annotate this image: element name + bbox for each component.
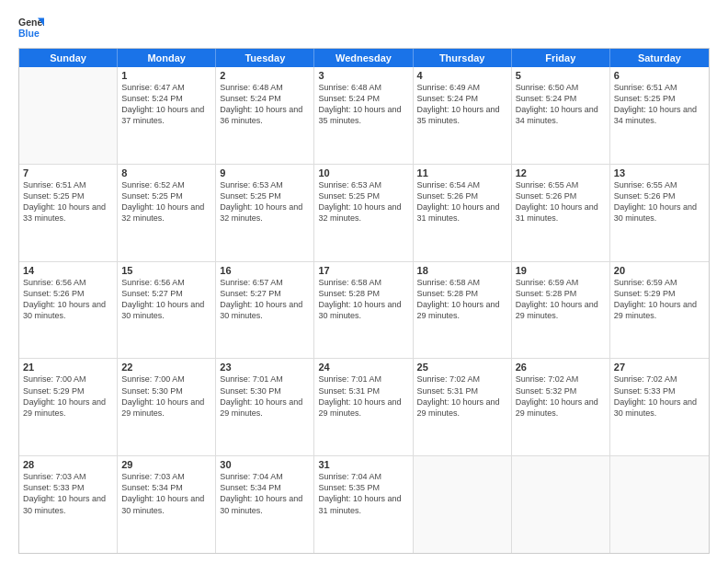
calendar-cell: 14Sunrise: 6:56 AM Sunset: 5:26 PM Dayli… [19, 262, 118, 359]
calendar-cell: 24Sunrise: 7:01 AM Sunset: 5:31 PM Dayli… [314, 359, 413, 455]
day-number: 24 [318, 362, 408, 373]
day-number: 31 [318, 459, 408, 470]
calendar-cell: 18Sunrise: 6:58 AM Sunset: 5:28 PM Dayli… [414, 262, 512, 359]
day-number: 18 [417, 265, 507, 276]
day-number: 19 [516, 265, 606, 276]
weekday-header: Friday [512, 49, 610, 67]
page: General Blue SundayMondayTuesdayWednesda… [0, 0, 728, 563]
day-detail: Sunrise: 6:58 AM Sunset: 5:28 PM Dayligh… [417, 277, 507, 322]
calendar-cell: 23Sunrise: 7:01 AM Sunset: 5:30 PM Dayli… [216, 359, 314, 455]
calendar-cell: 2Sunrise: 6:48 AM Sunset: 5:24 PM Daylig… [216, 67, 314, 164]
calendar-cell [512, 456, 610, 553]
day-number: 21 [23, 362, 113, 373]
calendar-cell: 21Sunrise: 7:00 AM Sunset: 5:29 PM Dayli… [19, 359, 118, 455]
day-detail: Sunrise: 7:02 AM Sunset: 5:31 PM Dayligh… [417, 373, 507, 419]
calendar-row: 21Sunrise: 7:00 AM Sunset: 5:29 PM Dayli… [19, 358, 709, 455]
day-number: 4 [417, 70, 507, 81]
calendar-cell: 12Sunrise: 6:55 AM Sunset: 5:26 PM Dayli… [512, 165, 610, 261]
day-detail: Sunrise: 6:56 AM Sunset: 5:26 PM Dayligh… [23, 277, 113, 322]
day-number: 2 [220, 70, 310, 81]
day-number: 13 [614, 167, 705, 178]
day-detail: Sunrise: 6:47 AM Sunset: 5:24 PM Dayligh… [121, 82, 211, 127]
calendar-cell: 10Sunrise: 6:53 AM Sunset: 5:25 PM Dayli… [314, 165, 413, 261]
calendar-cell: 25Sunrise: 7:02 AM Sunset: 5:31 PM Dayli… [414, 359, 512, 455]
day-number: 28 [23, 459, 113, 470]
day-detail: Sunrise: 7:01 AM Sunset: 5:30 PM Dayligh… [220, 373, 310, 419]
day-number: 14 [23, 265, 113, 276]
calendar-cell: 17Sunrise: 6:58 AM Sunset: 5:28 PM Dayli… [314, 262, 413, 359]
day-detail: Sunrise: 6:55 AM Sunset: 5:26 PM Dayligh… [516, 179, 606, 224]
day-detail: Sunrise: 6:52 AM Sunset: 5:25 PM Dayligh… [121, 179, 211, 224]
day-number: 22 [121, 362, 211, 373]
day-number: 27 [614, 362, 705, 373]
calendar-cell: 13Sunrise: 6:55 AM Sunset: 5:26 PM Dayli… [610, 165, 709, 261]
calendar-cell: 15Sunrise: 6:56 AM Sunset: 5:27 PM Dayli… [118, 262, 216, 359]
calendar-cell: 22Sunrise: 7:00 AM Sunset: 5:30 PM Dayli… [118, 359, 216, 455]
day-number: 10 [318, 167, 408, 178]
day-detail: Sunrise: 6:59 AM Sunset: 5:29 PM Dayligh… [614, 277, 705, 322]
calendar-cell: 26Sunrise: 7:02 AM Sunset: 5:32 PM Dayli… [512, 359, 610, 455]
day-detail: Sunrise: 6:48 AM Sunset: 5:24 PM Dayligh… [220, 82, 310, 127]
calendar-row: 1Sunrise: 6:47 AM Sunset: 5:24 PM Daylig… [19, 67, 709, 164]
day-number: 30 [220, 459, 310, 470]
day-detail: Sunrise: 7:04 AM Sunset: 5:35 PM Dayligh… [318, 471, 408, 516]
day-number: 7 [23, 167, 113, 178]
day-number: 23 [220, 362, 310, 373]
day-number: 20 [614, 265, 705, 276]
calendar-body: 1Sunrise: 6:47 AM Sunset: 5:24 PM Daylig… [19, 67, 709, 553]
calendar-cell: 28Sunrise: 7:03 AM Sunset: 5:33 PM Dayli… [19, 456, 118, 553]
calendar-row: 14Sunrise: 6:56 AM Sunset: 5:26 PM Dayli… [19, 261, 709, 359]
day-detail: Sunrise: 7:00 AM Sunset: 5:30 PM Dayligh… [121, 373, 211, 419]
day-detail: Sunrise: 6:57 AM Sunset: 5:27 PM Dayligh… [220, 277, 310, 322]
day-detail: Sunrise: 6:53 AM Sunset: 5:25 PM Dayligh… [220, 179, 310, 224]
calendar-cell: 29Sunrise: 7:03 AM Sunset: 5:34 PM Dayli… [118, 456, 216, 553]
calendar-cell: 8Sunrise: 6:52 AM Sunset: 5:25 PM Daylig… [118, 165, 216, 261]
day-detail: Sunrise: 6:58 AM Sunset: 5:28 PM Dayligh… [318, 277, 408, 322]
day-detail: Sunrise: 6:55 AM Sunset: 5:26 PM Dayligh… [614, 179, 705, 224]
day-detail: Sunrise: 6:54 AM Sunset: 5:26 PM Dayligh… [417, 179, 507, 224]
day-detail: Sunrise: 6:56 AM Sunset: 5:27 PM Dayligh… [121, 277, 211, 322]
header: General Blue [18, 15, 710, 40]
day-detail: Sunrise: 6:49 AM Sunset: 5:24 PM Dayligh… [417, 82, 507, 127]
logo-icon: General Blue [18, 15, 44, 40]
day-detail: Sunrise: 7:00 AM Sunset: 5:29 PM Dayligh… [23, 373, 113, 419]
day-detail: Sunrise: 6:51 AM Sunset: 5:25 PM Dayligh… [614, 82, 705, 127]
calendar-cell: 4Sunrise: 6:49 AM Sunset: 5:24 PM Daylig… [414, 67, 512, 164]
weekday-header: Sunday [19, 49, 118, 67]
day-number: 25 [417, 362, 507, 373]
weekday-header: Saturday [610, 49, 709, 67]
calendar-cell: 27Sunrise: 7:02 AM Sunset: 5:33 PM Dayli… [610, 359, 709, 455]
day-number: 17 [318, 265, 408, 276]
calendar-row: 7Sunrise: 6:51 AM Sunset: 5:25 PM Daylig… [19, 164, 709, 261]
weekday-header: Tuesday [216, 49, 314, 67]
day-detail: Sunrise: 7:02 AM Sunset: 5:33 PM Dayligh… [614, 373, 705, 419]
calendar-cell: 5Sunrise: 6:50 AM Sunset: 5:24 PM Daylig… [512, 67, 610, 164]
weekday-header: Wednesday [314, 49, 413, 67]
calendar-header: SundayMondayTuesdayWednesdayThursdayFrid… [19, 49, 709, 67]
calendar-cell: 11Sunrise: 6:54 AM Sunset: 5:26 PM Dayli… [414, 165, 512, 261]
day-detail: Sunrise: 7:03 AM Sunset: 5:33 PM Dayligh… [23, 471, 113, 516]
calendar-cell: 6Sunrise: 6:51 AM Sunset: 5:25 PM Daylig… [610, 67, 709, 164]
weekday-header: Monday [118, 49, 216, 67]
calendar: SundayMondayTuesdayWednesdayThursdayFrid… [18, 48, 710, 554]
day-number: 15 [121, 265, 211, 276]
calendar-cell [414, 456, 512, 553]
day-number: 11 [417, 167, 507, 178]
svg-text:Blue: Blue [18, 28, 40, 39]
calendar-cell: 1Sunrise: 6:47 AM Sunset: 5:24 PM Daylig… [118, 67, 216, 164]
day-detail: Sunrise: 6:48 AM Sunset: 5:24 PM Dayligh… [318, 82, 408, 127]
day-detail: Sunrise: 7:02 AM Sunset: 5:32 PM Dayligh… [516, 373, 606, 419]
day-number: 12 [516, 167, 606, 178]
calendar-cell: 31Sunrise: 7:04 AM Sunset: 5:35 PM Dayli… [314, 456, 413, 553]
logo: General Blue [18, 15, 44, 40]
day-number: 29 [121, 459, 211, 470]
calendar-cell: 9Sunrise: 6:53 AM Sunset: 5:25 PM Daylig… [216, 165, 314, 261]
day-detail: Sunrise: 6:53 AM Sunset: 5:25 PM Dayligh… [318, 179, 408, 224]
calendar-cell: 7Sunrise: 6:51 AM Sunset: 5:25 PM Daylig… [19, 165, 118, 261]
day-detail: Sunrise: 6:51 AM Sunset: 5:25 PM Dayligh… [23, 179, 113, 224]
day-number: 6 [614, 70, 705, 81]
day-number: 26 [516, 362, 606, 373]
day-detail: Sunrise: 7:04 AM Sunset: 5:34 PM Dayligh… [220, 471, 310, 516]
day-number: 9 [220, 167, 310, 178]
day-detail: Sunrise: 6:59 AM Sunset: 5:28 PM Dayligh… [516, 277, 606, 322]
